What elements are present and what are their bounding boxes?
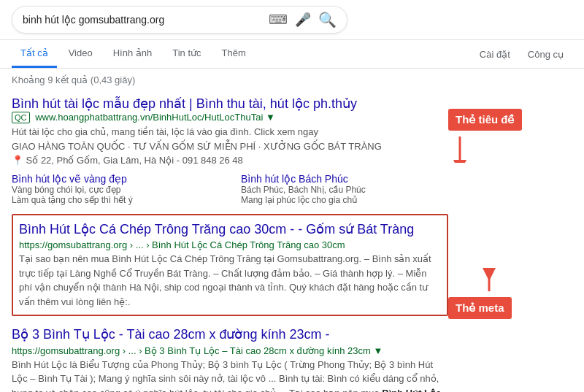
- annotations-column: Thẻ tiêu đề: [448, 88, 572, 392]
- tab-images[interactable]: Hình ảnh: [104, 40, 161, 68]
- result-1-title-link[interactable]: Bình Hút Lộc Cá Chép Trông Trăng cao 30c…: [19, 221, 441, 238]
- ad-label: QC: [12, 112, 30, 123]
- annotation-meta-label: Thẻ meta: [448, 297, 512, 319]
- results-info: Khoảng 9 kết quả (0,43 giây): [0, 69, 584, 88]
- ad-url-text: www.hoangphatbattrang.vn/BinhHutLoc/HutL…: [35, 112, 275, 123]
- sub-ad-2-line1: Bách Phúc, Bách Nhị, cầu Phúc: [241, 185, 448, 195]
- arrow-down-icon: [453, 134, 496, 163]
- annotation-meta-block: Thẻ meta: [448, 265, 572, 319]
- annotation-title-block: Thẻ tiêu đề: [448, 109, 572, 163]
- results-area: Bình hút tài lộc mẫu đẹp nhất | Bình thu…: [12, 88, 448, 392]
- ad-location: 📍 Số 22, Phố Gốm, Gia Lâm, Hà Nội - 091 …: [12, 155, 448, 166]
- result-2-title-link[interactable]: Bộ 3 Bình Tụ Lộc - Tài cao 28cm x đường …: [12, 326, 448, 343]
- nav-tabs: Tất cả Video Hình ảnh Tin tức Thêm Cài đ…: [0, 40, 584, 69]
- tab-settings[interactable]: Cài đặt: [471, 42, 519, 67]
- sub-ad-1: Bình hút lộc vẽ vàng đẹp Vàng bóng chói …: [12, 173, 219, 205]
- keyboard-icon[interactable]: ⌨: [269, 12, 288, 28]
- sub-ad-2-title[interactable]: Bình hút lộc Bách Phúc: [241, 173, 448, 185]
- ad-url: QC www.hoangphatbattrang.vn/BinhHutLoc/H…: [12, 112, 448, 123]
- content-area: Bình hút tài lộc mẫu đẹp nhất | Bình thu…: [0, 88, 584, 392]
- result-1-snippet: Tại sao bạn nên mua Bình Hút Lộc Cá Chép…: [19, 252, 441, 309]
- result-2-url: https://gomsubattrang.org › ... › Bộ 3 B…: [12, 345, 448, 356]
- result-2-snippet: Bình Hút Lộc là Biểu Tượng của Phong Thủ…: [12, 358, 448, 392]
- sub-ad-2-line2: Mang lại phúc lộc cho gia chủ: [241, 195, 448, 205]
- sub-ad-2: Bình hút lộc Bách Phúc Bách Phúc, Bách N…: [241, 173, 448, 205]
- tab-video[interactable]: Video: [60, 40, 101, 68]
- tab-news[interactable]: Tin tức: [164, 40, 210, 68]
- tab-more[interactable]: Thêm: [213, 40, 255, 68]
- tab-tools[interactable]: Công cụ: [519, 42, 572, 67]
- ad-description: Hút tài lộc cho gia chủ, mang tiền tài, …: [12, 125, 448, 139]
- mic-icon[interactable]: 🎤: [295, 12, 311, 28]
- organic-result-2: Bộ 3 Bình Tụ Lộc - Tài cao 28cm x đường …: [12, 326, 448, 392]
- ad-description-line2: GIAO HÀNG TOÀN QUỐC · TƯ VẤN GỐM SỨ MIỄN…: [12, 139, 448, 154]
- sub-ad-1-title[interactable]: Bình hút lộc vẽ vàng đẹp: [12, 173, 219, 185]
- search-icon[interactable]: 🔍: [318, 11, 337, 28]
- arrow-up-icon: [453, 265, 496, 294]
- sub-ad-1-line2: Làm quà tặng cho sếp thì hết ý: [12, 195, 219, 205]
- ad-result: Bình hút tài lộc mẫu đẹp nhất | Bình thu…: [12, 96, 448, 166]
- ad-title-link[interactable]: Bình hút tài lộc mẫu đẹp nhất | Bình thu…: [12, 96, 448, 112]
- result-1-url: https://gomsubattrang.org › ... › Bình H…: [19, 239, 441, 250]
- sub-ads: Bình hút lộc vẽ vàng đẹp Vàng bóng chói …: [12, 173, 448, 205]
- search-input-wrapper[interactable]: binh hút lộc gomsubattrang.org ⌨ 🎤 🔍: [12, 6, 347, 34]
- search-query: binh hút lộc gomsubattrang.org: [23, 14, 261, 26]
- search-bar: binh hút lộc gomsubattrang.org ⌨ 🎤 🔍: [0, 0, 584, 40]
- annotation-title-label: Thẻ tiêu đề: [448, 109, 522, 131]
- organic-result-1: Bình Hút Lộc Cá Chép Trông Trăng cao 30c…: [12, 214, 448, 316]
- tab-all[interactable]: Tất cả: [12, 40, 57, 68]
- sub-ad-1-line1: Vàng bóng chói lọi, cực đẹp: [12, 185, 219, 195]
